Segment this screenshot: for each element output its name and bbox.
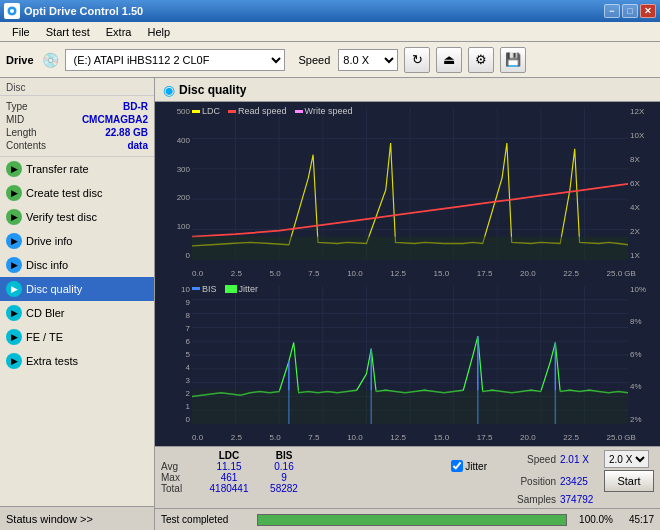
legend-jitter-label: Jitter	[239, 284, 259, 294]
content-area: ◉ Disc quality LDC Read speed	[155, 78, 660, 530]
menu-extra[interactable]: Extra	[98, 24, 140, 40]
drive-info-label: Drive info	[26, 235, 72, 247]
settings-button[interactable]: ⚙	[468, 47, 494, 73]
app-icon	[4, 3, 20, 19]
maximize-button[interactable]: □	[622, 4, 638, 18]
transfer-rate-icon: ▶	[6, 161, 22, 177]
disc-info-panel: Type BD-R MID CMCMAGBA2 Length 22.88 GB …	[0, 96, 154, 157]
disc-type-value: BD-R	[123, 101, 148, 112]
sidebar-item-cd-bler[interactable]: ▶ CD Bler	[0, 301, 154, 325]
transfer-rate-label: Transfer rate	[26, 163, 89, 175]
status-window-label: Status window >>	[6, 513, 93, 525]
verify-test-disc-label: Verify test disc	[26, 211, 97, 223]
legend-read-speed: Read speed	[228, 106, 287, 116]
progress-bar-inner	[258, 515, 566, 525]
jitter-label: Jitter	[465, 461, 487, 472]
test-status-label: Test completed	[161, 514, 251, 525]
samples-row: Samples 374792	[501, 494, 654, 505]
speed-stat-value: 2.01 X	[560, 454, 600, 465]
sidebar: Disc Type BD-R MID CMCMAGBA2 Length 22.8…	[0, 78, 155, 530]
disc-type-row: Type BD-R	[6, 100, 148, 113]
sidebar-item-transfer-rate[interactable]: ▶ Transfer rate	[0, 157, 154, 181]
drive-select[interactable]: (E:) ATAPI iHBS112 2 CL0F	[65, 49, 285, 71]
jitter-section: Jitter	[451, 450, 487, 472]
disc-contents-value: data	[127, 140, 148, 151]
avg-ldc: 11.15	[199, 461, 259, 472]
sidebar-item-fe-te[interactable]: ▶ FE / TE	[0, 325, 154, 349]
eject-button[interactable]: ⏏	[436, 47, 462, 73]
top-chart-svg	[192, 108, 628, 260]
jitter-checkbox-row[interactable]: Jitter	[451, 460, 487, 472]
top-chart-legend: LDC Read speed Write speed	[192, 106, 352, 116]
disc-quality-icon: ▶	[6, 281, 22, 297]
disc-length-value: 22.88 GB	[105, 127, 148, 138]
disc-quality-label: Disc quality	[26, 283, 82, 295]
jitter-checkbox[interactable]	[451, 460, 463, 472]
top-chart-x-axis: 0.0 2.5 5.0 7.5 10.0 12.5 15.0 17.5 20.0…	[192, 269, 628, 278]
menubar: File Start test Extra Help	[0, 22, 660, 42]
sidebar-item-disc-info[interactable]: ▶ Disc info	[0, 253, 154, 277]
position-value: 23425	[560, 476, 600, 487]
menu-file[interactable]: File	[4, 24, 38, 40]
menu-help[interactable]: Help	[139, 24, 178, 40]
extra-tests-label: Extra tests	[26, 355, 78, 367]
cd-bler-label: CD Bler	[26, 307, 65, 319]
charts-area: LDC Read speed Write speed 500 400 300	[155, 102, 660, 446]
bottom-chart-x-axis: 0.0 2.5 5.0 7.5 10.0 12.5 15.0 17.5 20.0…	[192, 433, 628, 442]
samples-value: 374792	[560, 494, 600, 505]
progress-area: Test completed 100.0% 45:17	[155, 508, 660, 530]
speed-label: Speed	[299, 54, 331, 66]
top-chart-y-left: 500 400 300 200 100 0	[157, 108, 192, 260]
max-bis: 9	[259, 472, 309, 483]
drive-info-icon: ▶	[6, 233, 22, 249]
disc-mid-value: CMCMAGBA2	[82, 114, 148, 125]
sidebar-item-disc-quality[interactable]: ▶ Disc quality	[0, 277, 154, 301]
extra-tests-icon: ▶	[6, 353, 22, 369]
total-bis: 58282	[259, 483, 309, 494]
status-window-button[interactable]: Status window >>	[0, 506, 154, 530]
progress-percent: 100.0%	[573, 514, 613, 525]
legend-write-speed-label: Write speed	[305, 106, 353, 116]
sidebar-item-create-test-disc[interactable]: ▶ Create test disc	[0, 181, 154, 205]
progress-bar-outer	[257, 514, 567, 526]
disc-info-icon: ▶	[6, 257, 22, 273]
disc-length-row: Length 22.88 GB	[6, 126, 148, 139]
top-chart: LDC Read speed Write speed 500 400 300	[157, 104, 658, 280]
speed-dropdown[interactable]: 2.0 X	[604, 450, 649, 468]
close-button[interactable]: ✕	[640, 4, 656, 18]
position-label: Position	[501, 476, 556, 487]
avg-bis: 0.16	[259, 461, 309, 472]
svg-rect-40	[192, 390, 628, 424]
speed-select[interactable]: 8.0 X	[338, 49, 398, 71]
verify-test-disc-icon: ▶	[6, 209, 22, 225]
menu-start-test[interactable]: Start test	[38, 24, 98, 40]
fe-te-label: FE / TE	[26, 331, 63, 343]
sidebar-item-extra-tests[interactable]: ▶ Extra tests	[0, 349, 154, 373]
drive-label: Drive	[6, 54, 34, 66]
bis-col-header: BIS	[259, 450, 309, 461]
create-test-disc-label: Create test disc	[26, 187, 102, 199]
legend-ldc-label: LDC	[202, 106, 220, 116]
quality-header: ◉ Disc quality	[155, 78, 660, 102]
bottom-chart: BIS Jitter 10 9 8 7 6 5 4 3	[157, 282, 658, 444]
toolbar: Drive 💿 (E:) ATAPI iHBS112 2 CL0F Speed …	[0, 42, 660, 78]
legend-jitter: Jitter	[225, 284, 259, 294]
minimize-button[interactable]: −	[604, 4, 620, 18]
bottom-chart-y-left: 10 9 8 7 6 5 4 3 2 1 0	[157, 286, 192, 424]
legend-bis-label: BIS	[202, 284, 217, 294]
quality-title: Disc quality	[179, 83, 246, 97]
disc-length-label: Length	[6, 127, 37, 138]
ldc-col-header: LDC	[199, 450, 259, 461]
disc-mid-row: MID CMCMAGBA2	[6, 113, 148, 126]
legend-ldc: LDC	[192, 106, 220, 116]
total-label: Total	[161, 483, 199, 494]
disc-contents-row: Contents data	[6, 139, 148, 152]
fe-te-icon: ▶	[6, 329, 22, 345]
save-button[interactable]: 💾	[500, 47, 526, 73]
svg-point-1	[10, 9, 14, 13]
start-button[interactable]: Start	[604, 470, 654, 492]
total-ldc: 4180441	[199, 483, 259, 494]
sidebar-item-verify-test-disc[interactable]: ▶ Verify test disc	[0, 205, 154, 229]
sidebar-item-drive-info[interactable]: ▶ Drive info	[0, 229, 154, 253]
refresh-button[interactable]: ↻	[404, 47, 430, 73]
